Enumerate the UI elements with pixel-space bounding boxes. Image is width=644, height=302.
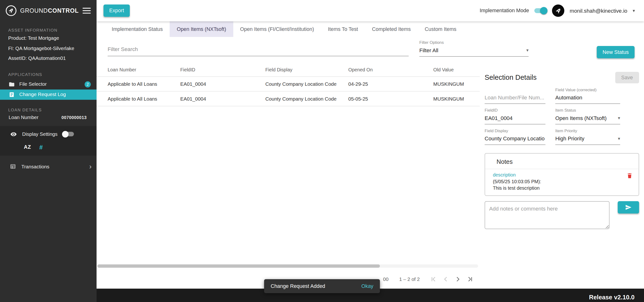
applications-heading: APPLICATIONS xyxy=(0,72,96,77)
paginator-range: 1 – 2 of 2 xyxy=(399,276,420,282)
field-display-label: Field Display xyxy=(485,128,546,134)
loan-number-input[interactable] xyxy=(485,92,546,104)
last-page-icon xyxy=(466,275,474,283)
applications-nav: File Selector 2 Change Request Log xyxy=(0,79,96,100)
fieldid-input[interactable] xyxy=(485,113,546,124)
search-input[interactable] xyxy=(108,44,409,56)
sidebar-header: GROUNDCONTROL xyxy=(0,0,96,21)
transactions-label: Transactions xyxy=(21,164,49,169)
column-header-loan-number: Loan Number xyxy=(108,67,180,72)
item-priority-select[interactable]: High Priority ▾ xyxy=(555,134,620,145)
release-version: Release v2.10.0 xyxy=(589,294,634,300)
sidebar-item-label: Change Request Log xyxy=(20,92,66,97)
tab-custom-items[interactable]: Custom Items xyxy=(418,21,463,37)
filter-options-label: Filter Options xyxy=(419,40,528,45)
tab-items-to-test[interactable]: Items To Test xyxy=(321,21,365,37)
change-request-table: Loan Number FieldID Field Display Opened… xyxy=(96,63,480,288)
chevron-left-icon xyxy=(442,275,450,283)
asset-fi-row: FI: QA Mortgagebot-Silverlake xyxy=(8,43,88,54)
last-page-button[interactable] xyxy=(464,273,476,285)
avatar[interactable] xyxy=(552,4,564,17)
export-button[interactable]: Export xyxy=(104,4,130,17)
first-page-button[interactable] xyxy=(427,273,440,285)
sidebar-item-change-request-log[interactable]: Change Request Log xyxy=(0,89,96,100)
column-header-field-display: Field Display xyxy=(265,67,348,72)
snackbar: Change Request Added Okay xyxy=(264,279,380,293)
scrollbar-thumb[interactable] xyxy=(97,264,380,268)
menu-toggle-button[interactable] xyxy=(83,5,91,16)
chevron-down-icon: ▾ xyxy=(618,136,620,141)
asset-product-row: Product: Test Mortgage xyxy=(8,33,88,43)
filter-options-field: Filter Options Filter All ▾ xyxy=(419,40,528,57)
asset-information: Product: Test Mortgage FI: QA Mortgagebo… xyxy=(0,32,96,63)
app-root: GROUNDCONTROL ASSET INFORMATION Product:… xyxy=(0,0,644,302)
table-row[interactable]: Applicable to All Loans EA01_0004 County… xyxy=(96,77,480,92)
new-status-button[interactable]: New Status xyxy=(597,46,635,58)
item-priority-label: Item Priority xyxy=(555,128,620,134)
chevron-down-icon: ▾ xyxy=(526,48,528,53)
main-content: Export Implementation Mode monil.shah@ki… xyxy=(96,0,644,288)
table-icon xyxy=(10,163,16,170)
loan-number-value: 0070000013 xyxy=(61,115,86,120)
field-value-input[interactable] xyxy=(555,92,620,104)
field-value-label: Field Value (corrected) xyxy=(555,88,620,92)
sidebar-item-transactions[interactable]: Transactions › xyxy=(0,160,96,174)
eye-icon xyxy=(10,131,17,137)
badge-count: 2 xyxy=(84,81,91,88)
notes-section: Notes description (5/05/25 10:03:05 PM):… xyxy=(485,153,639,196)
topbar: Export Implementation Mode monil.shah@ki… xyxy=(96,0,644,21)
item-status-label: Item Status xyxy=(555,108,620,113)
loan-number-field xyxy=(485,88,546,104)
loan-number-label: Loan Number xyxy=(8,114,38,120)
sort-alphabetical-icon[interactable]: AZ xyxy=(24,144,31,150)
field-display-field: Field Display xyxy=(485,128,546,145)
display-settings-label: Display Settings xyxy=(22,131,58,137)
note-text: This is test description xyxy=(493,185,541,191)
implementation-mode-toggle[interactable] xyxy=(534,8,546,13)
field-display-input[interactable] xyxy=(485,134,546,145)
filter-options-select[interactable]: Filter All ▾ xyxy=(419,45,528,57)
snackbar-okay-button[interactable]: Okay xyxy=(358,281,376,292)
sidebar: GROUNDCONTROL ASSET INFORMATION Product:… xyxy=(0,0,96,302)
tab-completed-items[interactable]: Completed Items xyxy=(365,21,418,37)
table-row[interactable]: Applicable to All Loans EA01_0004 County… xyxy=(96,92,480,106)
field-value-field: Field Value (corrected) xyxy=(555,88,620,104)
asset-information-heading: ASSET INFORMATION xyxy=(0,28,96,32)
tab-implementation-status[interactable]: Implementation Status xyxy=(105,21,170,37)
send-comment-button[interactable] xyxy=(618,201,639,214)
trash-icon xyxy=(626,172,633,179)
prev-page-button[interactable] xyxy=(440,273,452,285)
fieldid-field: FieldID xyxy=(485,108,546,124)
hash-icon[interactable]: # xyxy=(39,144,43,150)
delete-note-button[interactable] xyxy=(626,172,634,181)
notes-title: Notes xyxy=(485,154,639,169)
content-split: Loan Number FieldID Field Display Opened… xyxy=(96,63,644,288)
sidebar-item-label: File Selector xyxy=(20,81,47,87)
horizontal-scrollbar[interactable] xyxy=(97,264,478,268)
comment-input[interactable] xyxy=(485,201,610,229)
rocket-avatar-icon xyxy=(553,6,563,16)
loan-number-row: Loan Number 0070000013 xyxy=(0,112,96,120)
snackbar-message: Change Request Added xyxy=(271,283,325,289)
rocket-logo-icon xyxy=(6,5,16,16)
chevron-right-icon xyxy=(454,275,462,283)
display-settings-panel: Display Settings AZ # xyxy=(0,126,96,155)
comment-row xyxy=(485,201,639,229)
asset-id-row: AssetID: QAAutomation01 xyxy=(8,54,88,64)
user-menu-chevron[interactable]: ▾ xyxy=(633,8,635,13)
next-page-button[interactable] xyxy=(452,273,464,285)
chevron-right-icon: › xyxy=(89,163,92,170)
item-status-value: Open Items (NXTsoft) xyxy=(555,115,606,121)
tab-open-items-nxtsoft[interactable]: Open Items (NXTsoft) xyxy=(170,21,233,37)
column-header-old-value: Old Value xyxy=(434,67,480,72)
save-button[interactable]: Save xyxy=(615,72,639,83)
table-header-row: Loan Number FieldID Field Display Opened… xyxy=(96,63,480,77)
column-header-opened-on: Opened On xyxy=(348,67,434,72)
app-logo-text: GROUNDCONTROL xyxy=(20,8,79,14)
send-icon xyxy=(625,204,632,210)
sidebar-item-file-selector[interactable]: File Selector 2 xyxy=(0,79,96,89)
display-settings-toggle[interactable] xyxy=(63,132,74,136)
tab-open-items-fi[interactable]: Open Items (FI/Client/Institution) xyxy=(233,21,321,37)
filter-search-field xyxy=(108,44,409,56)
item-status-select[interactable]: Open Items (NXTsoft) ▾ xyxy=(555,113,620,124)
